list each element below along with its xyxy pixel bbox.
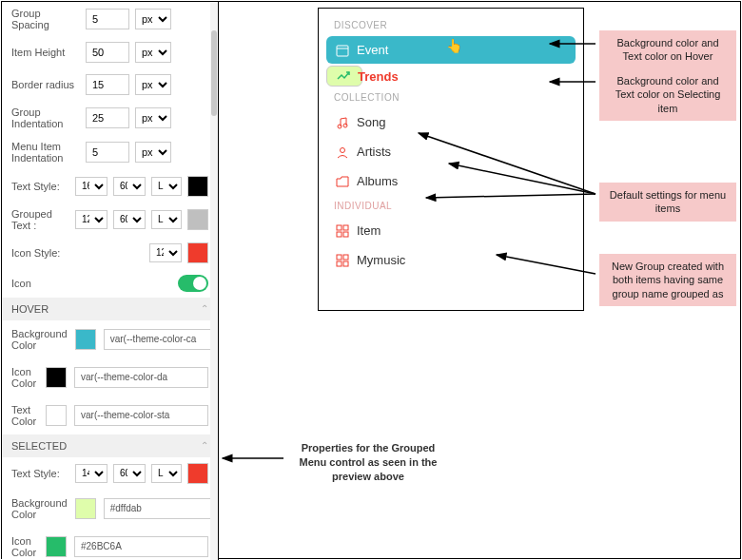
menu-item-label: Song [357,115,385,129]
hover-icon-swatch[interactable] [46,367,67,388]
grouped-text-case[interactable]: L [151,210,182,229]
grouped-text-size[interactable]: 12 [75,210,107,229]
sel-text-weight[interactable]: 600 [113,464,146,483]
text-style-label: Text Style: [11,181,69,192]
callout-hover: Background color and Text color on Hover [599,30,736,69]
text-style-swatch[interactable] [187,176,208,197]
svg-rect-10 [343,255,348,260]
menu-item-label: Event [357,43,388,57]
sel-bg-value[interactable] [104,498,219,519]
hover-text-label: Text Color [11,404,38,427]
menu-item-albums[interactable]: Albums [326,167,576,195]
menu-item-artists[interactable]: Artists [326,138,576,165]
sel-text-style-label: Text Style: [11,468,69,479]
calendar-icon [336,44,349,57]
grid-icon [336,224,349,238]
folder-icon [336,175,349,188]
sel-text-case[interactable]: L [151,464,182,483]
item-height-input[interactable] [86,42,129,63]
sel-icon-swatch[interactable] [46,536,67,557]
sel-bg-label: Background Color [11,497,68,520]
menu-item-label: Trends [358,69,399,84]
group-header-discover: DISCOVER [319,16,583,34]
group-spacing-unit[interactable]: px [135,9,171,29]
icon-style-size[interactable]: 12 [149,243,182,262]
menu-item-item[interactable]: Item [326,217,576,244]
callout-default: Default settings for menu items [599,183,736,222]
menu-item-event[interactable]: Event 👆 [326,36,576,64]
text-style-size[interactable]: 16 [75,177,107,196]
svg-rect-0 [337,46,348,56]
menu-item-label: Item [357,223,381,238]
properties-panel: Group Spacing px Item Height px Border r… [2,2,219,560]
icon-style-swatch[interactable] [187,242,208,263]
menu-indent-label: Menu Item Indentation [11,141,80,164]
group-indent-input[interactable] [86,107,129,128]
sel-icon-value[interactable] [74,536,208,557]
sel-icon-label: Icon Color [11,535,38,558]
item-height-label: Item Height [11,47,80,58]
sel-text-size[interactable]: 14 [75,464,107,483]
svg-rect-5 [337,225,342,230]
music-icon [336,116,349,129]
hover-bg-swatch[interactable] [75,329,96,350]
svg-point-4 [341,147,345,152]
border-radius-input[interactable] [86,74,129,95]
hover-text-swatch[interactable] [46,405,67,426]
user-icon [336,145,349,159]
sel-bg-swatch[interactable] [75,498,96,519]
panel-scrollbar[interactable] [210,2,218,560]
grouped-text-weight[interactable]: 600 [113,210,146,229]
item-height-unit[interactable]: px [135,42,171,63]
selected-section-header[interactable]: SELECTED ⌃ [2,434,218,457]
group-spacing-label: Group Spacing [11,8,80,30]
chevron-up-icon: ⌃ [201,440,208,451]
svg-rect-12 [343,261,348,266]
text-style-weight[interactable]: 600 [113,177,146,196]
border-radius-label: Border radius [11,79,80,90]
svg-rect-6 [343,225,348,230]
callout-properties: Properties for the Grouped Menu control … [287,441,449,484]
text-style-case[interactable]: L [151,177,182,196]
menu-indent-input[interactable] [86,142,129,163]
menu-preview: DISCOVER Event 👆 Trends COLLECTION Song … [318,8,584,311]
hover-section-header[interactable]: HOVER ⌃ [2,298,218,320]
menu-indent-unit[interactable]: px [135,142,171,163]
chevron-up-icon: ⌃ [201,303,208,314]
border-radius-unit[interactable]: px [135,74,171,95]
menu-item-label: Artists [357,145,391,159]
trend-icon [337,69,350,83]
group-indent-unit[interactable]: px [135,107,171,128]
icon-toggle-label: Icon [11,278,80,289]
grouped-text-label: Grouped Text : [11,208,69,231]
svg-rect-9 [337,255,342,260]
grid-icon [336,254,349,267]
pointer-cursor-icon: 👆 [446,38,462,53]
grouped-text-swatch[interactable] [187,209,208,230]
svg-rect-11 [337,261,342,266]
menu-item-trends[interactable]: Trends [326,66,362,87]
scrollbar-thumb[interactable] [211,30,217,116]
menu-item-song[interactable]: Song [326,108,576,136]
icon-style-label: Icon Style: [11,247,80,259]
sel-text-swatch[interactable] [187,463,208,484]
hover-header-text: HOVER [11,303,49,315]
callout-newgroup: New Group created with both items having… [599,254,736,306]
group-header-collection: COLLECTION [319,88,583,106]
hover-icon-value[interactable] [74,367,208,388]
hover-bg-label: Background Color [11,328,68,351]
selected-header-text: SELECTED [11,440,67,452]
menu-item-label: Mymusic [357,253,405,267]
svg-rect-7 [337,232,342,237]
menu-item-mymusic[interactable]: Mymusic [326,246,576,274]
group-header-individual: INDIVIDUAL [319,197,583,215]
hover-bg-value[interactable] [104,329,219,350]
svg-rect-8 [343,232,348,237]
icon-toggle[interactable] [178,275,208,292]
callout-selected: Background color and Text color on Selec… [599,68,736,121]
group-indent-label: Group Indentation [11,106,80,129]
hover-icon-label: Icon Color [11,366,38,389]
hover-text-value[interactable] [74,405,208,426]
group-spacing-input[interactable] [86,9,129,29]
menu-item-label: Albums [357,174,398,188]
